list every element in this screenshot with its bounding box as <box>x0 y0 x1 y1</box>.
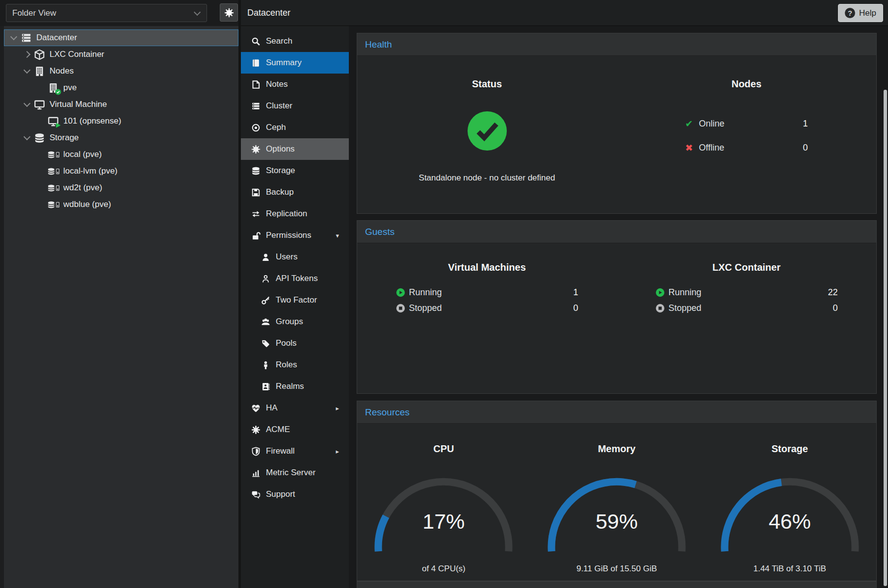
menu-item-label: Metric Server <box>266 468 315 478</box>
menu-item-notes[interactable]: Notes <box>241 74 349 95</box>
tree-item-nodes[interactable]: Nodes <box>4 63 238 79</box>
bar-chart-icon <box>251 468 261 478</box>
menu-item-firewall[interactable]: Firewall ▸ <box>241 440 349 462</box>
stop-circle-icon <box>396 304 405 313</box>
expand-caret-icon[interactable] <box>24 52 30 57</box>
menu-item-label: Users <box>276 252 297 262</box>
nodes-online-row: ✔ Online 1 <box>685 115 808 132</box>
chat-bubbles-icon <box>251 490 261 499</box>
page-title: Datacenter <box>247 0 290 26</box>
floppy-icon <box>251 188 261 197</box>
storage-drive-icon <box>47 149 59 160</box>
memory-percent: 59% <box>543 510 690 534</box>
tree-item-storage-wd2t[interactable]: wd2t (pve) <box>4 179 238 196</box>
menu-item-options[interactable]: Options <box>241 138 349 160</box>
view-mode-select[interactable]: Folder View <box>6 4 207 22</box>
tree-item-storage-wdblue[interactable]: wdblue (pve) <box>4 196 238 213</box>
tree-item-virtual-machine[interactable]: Virtual Machine <box>4 96 238 113</box>
menu-item-ceph[interactable]: Ceph <box>241 117 349 138</box>
tree-settings-button[interactable] <box>220 3 238 22</box>
tree-item-label: local-lvm (pve) <box>63 166 118 176</box>
menu-item-label: Realms <box>276 382 304 391</box>
nodes-status-column: Nodes ✔ Online 1 ✖ Offline 0 <box>617 56 876 183</box>
collapse-caret-icon[interactable] <box>24 70 30 73</box>
collapse-caret-icon[interactable] <box>24 103 30 106</box>
menu-item-roles[interactable]: Roles <box>241 354 349 376</box>
menu-item-label: Search <box>266 36 292 46</box>
menu-item-users[interactable]: Users <box>241 246 349 268</box>
play-circle-icon <box>655 288 665 297</box>
collapse-caret-icon[interactable] <box>24 136 30 139</box>
menu-item-pools[interactable]: Pools <box>241 332 349 354</box>
storage-drive-icon <box>47 182 59 194</box>
ceph-icon <box>251 123 261 132</box>
tree-item-label: Virtual Machine <box>50 100 107 109</box>
resource-tree: Datacenter LXC Container Nodes pve Virtu <box>4 26 238 588</box>
menu-item-storage[interactable]: Storage <box>241 160 349 181</box>
menu-item-two-factor[interactable]: Two Factor <box>241 289 349 311</box>
menu-item-api-tokens[interactable]: API Tokens <box>241 268 349 289</box>
tree-item-lxc-container[interactable]: LXC Container <box>4 46 238 63</box>
menu-item-label: Summary <box>266 58 302 68</box>
tree-item-pve[interactable]: pve <box>4 79 238 96</box>
vertical-scrollbar-thumb[interactable] <box>884 90 887 586</box>
help-button[interactable]: ? Help <box>838 4 883 22</box>
menu-item-acme[interactable]: ACME <box>241 419 349 440</box>
tree-item-label: LXC Container <box>50 50 104 59</box>
storage-drive-icon <box>47 199 59 210</box>
tree-item-datacenter[interactable]: Datacenter <box>4 29 238 46</box>
menu-item-search[interactable]: Search <box>241 30 349 52</box>
nodes-offline-label: Offline <box>699 143 725 153</box>
tree-item-vm-101[interactable]: 101 (opnsense) <box>4 113 238 129</box>
menu-item-label: Firewall <box>266 446 295 456</box>
user-icon <box>261 253 270 262</box>
cpu-percent: 17% <box>370 510 517 534</box>
memory-gauge-column: Memory 59% 9.11 GiB of 15.50 GiB <box>530 424 704 574</box>
resources-panel-title: Resources <box>357 401 876 424</box>
lxc-header: LXC Container <box>712 262 781 273</box>
tree-item-storage[interactable]: Storage <box>4 129 238 146</box>
menu-item-backup[interactable]: Backup <box>241 181 349 203</box>
menu-item-label: Storage <box>266 166 295 176</box>
vm-running-value: 1 <box>573 287 578 298</box>
guests-panel-title: Guests <box>357 221 876 243</box>
menu-item-label: ACME <box>266 425 290 435</box>
memory-header: Memory <box>598 443 636 455</box>
menu-item-metric-server[interactable]: Metric Server <box>241 462 349 484</box>
memory-detail: 9.11 GiB of 15.50 GiB <box>576 564 657 574</box>
storage-gauge-column: Storage 46% 1.44 TiB of 3.10 TiB <box>703 424 876 574</box>
cpu-gauge-column: CPU 17% of 4 CPU(s) <box>357 424 530 574</box>
search-icon <box>251 37 261 46</box>
virtual-machines-column: Virtual Machines Running 1 Stopped 0 <box>357 243 617 315</box>
tree-item-label: 101 (opnsense) <box>63 116 121 126</box>
caret-right-icon: ▸ <box>336 448 339 455</box>
tag-icon <box>261 339 270 348</box>
menu-item-label: Pools <box>276 338 297 348</box>
menu-item-ha[interactable]: HA ▸ <box>241 397 349 419</box>
memory-gauge: 59% <box>543 475 690 556</box>
proxmox-app: Folder View Datacenter LXC Container N <box>0 0 888 588</box>
vm-running-row: Running 1 <box>396 286 578 299</box>
cpu-detail: of 4 CPU(s) <box>422 564 466 574</box>
storage-gauge: 46% <box>716 475 863 556</box>
cpu-header: CPU <box>433 443 454 455</box>
collapse-caret-icon[interactable] <box>10 36 17 39</box>
menu-item-support[interactable]: Support <box>241 484 349 505</box>
tree-item-storage-local[interactable]: local (pve) <box>4 146 238 163</box>
next-panel-partial <box>357 581 877 588</box>
vm-stopped-row: Stopped 0 <box>396 302 578 315</box>
menu-item-replication[interactable]: Replication <box>241 203 349 225</box>
lxc-column: LXC Container Running 22 Stopped 0 <box>617 243 876 315</box>
tree-item-storage-local-lvm[interactable]: local-lvm (pve) <box>4 163 238 179</box>
tree-item-label: pve <box>63 83 77 93</box>
menu-item-groups[interactable]: Groups <box>241 311 349 332</box>
content-header: Datacenter ? Help <box>241 0 888 26</box>
database-icon <box>251 166 261 176</box>
menu-item-summary[interactable]: Summary <box>241 52 349 74</box>
tree-item-label: Nodes <box>50 66 74 76</box>
menu-item-permissions[interactable]: Permissions ▾ <box>241 225 349 246</box>
menu-item-label: Two Factor <box>276 295 317 305</box>
menu-item-cluster[interactable]: Cluster <box>241 95 349 117</box>
menu-item-realms[interactable]: Realms <box>241 376 349 397</box>
storage-percent: 46% <box>716 510 863 534</box>
